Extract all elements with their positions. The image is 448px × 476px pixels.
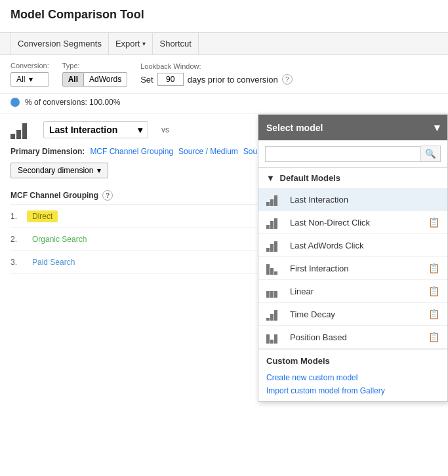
model-bar-icon-time-decay bbox=[266, 307, 285, 321]
secondary-dim-button[interactable]: Secondary dimension ▾ bbox=[10, 163, 108, 178]
conversions-row: % of conversions: 100.00% bbox=[0, 94, 448, 114]
default-models-section-header: ▼ Default Models bbox=[258, 168, 447, 188]
nav-shortcut[interactable]: Shortcut bbox=[153, 33, 198, 55]
model-item-position-based[interactable]: Position Based 📋 bbox=[258, 326, 447, 349]
nav-conversion-segments[interactable]: Conversion Segments bbox=[10, 33, 109, 55]
type-adwords-button[interactable]: AdWords bbox=[84, 72, 127, 87]
conversion-chevron-icon: ▾ bbox=[29, 75, 33, 84]
copy-icon-first-interaction[interactable]: 📋 bbox=[428, 263, 439, 273]
row-num-3: 3. bbox=[10, 258, 27, 267]
type-label: Type: bbox=[62, 62, 127, 69]
type-btn-group: All AdWords bbox=[62, 72, 127, 87]
selected-model-label: Last Interaction bbox=[49, 125, 117, 135]
model-item-last-adwords[interactable]: Last AdWords Click bbox=[258, 234, 447, 257]
model-name-last-interaction: Last Interaction bbox=[290, 195, 439, 205]
overlay-close-icon[interactable]: ▾ bbox=[434, 121, 439, 134]
table-col-header: MCF Channel Grouping bbox=[10, 191, 98, 200]
dim-source-medium-link[interactable]: Source / Medium bbox=[178, 147, 238, 156]
model-name-linear: Linear bbox=[290, 287, 428, 296]
primary-dim-label: Primary Dimension: bbox=[10, 147, 85, 156]
copy-icon-last-non-direct[interactable]: 📋 bbox=[428, 217, 439, 228]
conversion-label: Conversion: bbox=[10, 62, 49, 69]
lookback-help-icon[interactable]: ? bbox=[282, 74, 293, 85]
page-header: Model Comparison Tool bbox=[0, 0, 448, 33]
lookback-set-label: Set bbox=[140, 75, 153, 85]
export-chevron-icon: ▾ bbox=[142, 40, 146, 47]
main-content: Last Interaction ▾ vs Primary Dimension:… bbox=[0, 114, 448, 281]
overlay-header: Select model ▾ bbox=[258, 115, 447, 140]
model-bar-icon-position-based bbox=[266, 330, 285, 344]
type-control: Type: All AdWords bbox=[62, 62, 127, 87]
copy-icon-linear[interactable]: 📋 bbox=[428, 286, 439, 296]
create-custom-model-link[interactable]: Create new custom model bbox=[266, 371, 439, 384]
model-dropdown-overlay: Select model ▾ 🔍 ▼ Default Models Last I… bbox=[258, 114, 448, 402]
model-item-first-interaction[interactable]: First Interaction 📋 bbox=[258, 257, 447, 280]
search-icon: 🔍 bbox=[425, 149, 436, 159]
model-bar-icon-last-interaction bbox=[266, 193, 285, 206]
conversion-dropdown[interactable]: All ▾ bbox=[10, 72, 49, 87]
top-nav: Conversion Segments Export ▾ Shortcut bbox=[0, 33, 448, 55]
model-name-time-decay: Time Decay bbox=[290, 309, 428, 319]
custom-models-section: Custom Models Create new custom model Im… bbox=[258, 349, 447, 401]
model-search-button[interactable]: 🔍 bbox=[421, 146, 441, 162]
model-bar-icon-linear bbox=[266, 285, 285, 298]
copy-icon-position-based[interactable]: 📋 bbox=[428, 332, 439, 342]
channel-direct[interactable]: Direct bbox=[27, 210, 58, 222]
page-title: Model Comparison Tool bbox=[10, 8, 438, 22]
controls-area: Conversion: All ▾ Type: All AdWords Look… bbox=[0, 55, 448, 94]
table-help-icon[interactable]: ? bbox=[102, 190, 113, 201]
custom-models-title: Custom Models bbox=[266, 356, 439, 366]
lookback-input[interactable] bbox=[157, 73, 184, 86]
model-dropdown-chevron-icon: ▾ bbox=[138, 125, 142, 135]
model-bar-icon-first-interaction bbox=[266, 262, 285, 275]
model-item-last-interaction[interactable]: Last Interaction bbox=[258, 188, 447, 211]
row-num-1: 1. bbox=[10, 212, 27, 221]
model-name-last-adwords: Last AdWords Click bbox=[290, 241, 439, 250]
selected-model-icon bbox=[10, 121, 31, 139]
lookback-control: Lookback Window: Set days prior to conve… bbox=[140, 62, 293, 86]
import-gallery-link[interactable]: Import custom model from Gallery bbox=[266, 384, 439, 397]
model-item-last-non-direct[interactable]: Last Non-Direct Click 📋 bbox=[258, 211, 447, 234]
conversions-text: % of conversions: 100.00% bbox=[25, 98, 120, 107]
model-name-last-non-direct: Last Non-Direct Click bbox=[290, 218, 428, 228]
copy-icon-time-decay[interactable]: 📋 bbox=[428, 309, 439, 319]
channel-organic[interactable]: Organic Search bbox=[27, 233, 92, 245]
model-bar-icon-last-non-direct bbox=[266, 216, 285, 229]
model-search-input[interactable] bbox=[265, 146, 421, 162]
model-item-time-decay[interactable]: Time Decay 📋 bbox=[258, 303, 447, 326]
model-name-position-based: Position Based bbox=[290, 332, 428, 342]
channel-paid[interactable]: Paid Search bbox=[27, 256, 80, 268]
model-name-first-interaction: First Interaction bbox=[290, 264, 428, 273]
section-toggle-icon: ▼ bbox=[266, 173, 275, 183]
vs-label: vs bbox=[161, 125, 169, 134]
type-all-button[interactable]: All bbox=[62, 72, 84, 87]
model-select-dropdown[interactable]: Last Interaction ▾ bbox=[43, 121, 148, 138]
nav-export[interactable]: Export ▾ bbox=[109, 33, 153, 55]
lookback-row: Set days prior to conversion ? bbox=[140, 73, 293, 86]
model-item-linear[interactable]: Linear 📋 bbox=[258, 280, 447, 303]
lookback-suffix-label: days prior to conversion bbox=[188, 75, 278, 85]
dim-mcf-link[interactable]: MCF Channel Grouping bbox=[90, 147, 173, 156]
overlay-search-area: 🔍 bbox=[258, 140, 447, 168]
secondary-dim-chevron-icon: ▾ bbox=[97, 166, 101, 175]
row-num-2: 2. bbox=[10, 235, 27, 244]
lookback-label: Lookback Window: bbox=[140, 62, 293, 70]
overlay-title: Select model bbox=[266, 123, 323, 133]
conversions-dot-icon bbox=[10, 98, 20, 107]
conversion-control: Conversion: All ▾ bbox=[10, 62, 49, 87]
secondary-dim-label: Secondary dimension bbox=[18, 166, 93, 175]
model-bar-icon-last-adwords bbox=[266, 239, 285, 252]
